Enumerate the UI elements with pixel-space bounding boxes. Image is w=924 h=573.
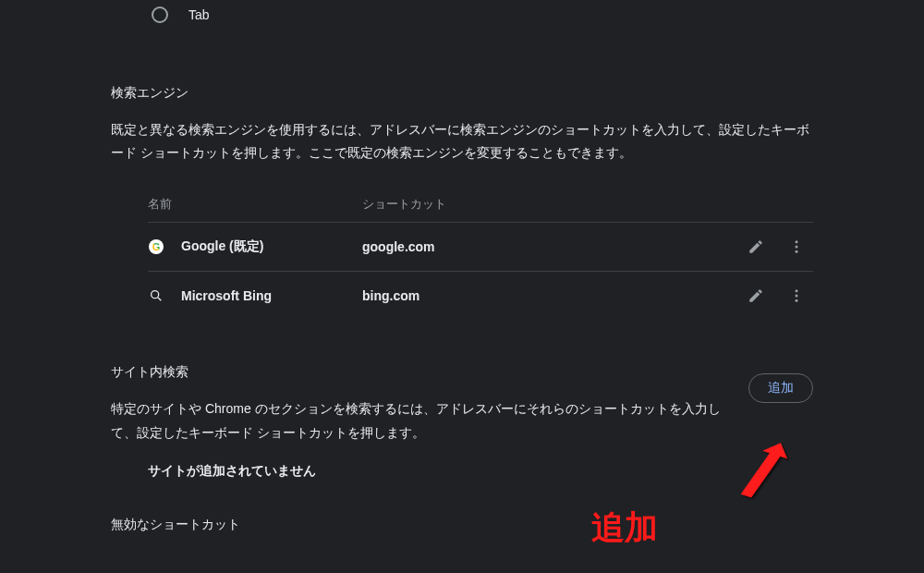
radio-circle-icon xyxy=(152,6,168,23)
svg-point-1 xyxy=(796,246,798,249)
svg-line-4 xyxy=(158,298,161,300)
section-description: 特定のサイトや Chrome のセクションを検索するには、アドレスバーにそれらの… xyxy=(111,397,734,444)
svg-point-3 xyxy=(152,291,159,299)
engine-shortcut: bing.com xyxy=(362,288,721,303)
svg-point-5 xyxy=(796,290,798,293)
table-row: Microsoft Bing bing.com xyxy=(148,271,813,320)
svg-point-7 xyxy=(796,299,798,302)
svg-point-0 xyxy=(796,241,798,244)
edit-button[interactable] xyxy=(747,286,765,305)
section-description: 既定と異なる検索エンジンを使用するには、アドレスバーに検索エンジンのショートカッ… xyxy=(111,118,813,165)
edit-button[interactable] xyxy=(747,238,765,256)
site-search-section: サイト内検索 特定のサイトや Chrome のセクションを検索するには、アドレス… xyxy=(111,364,924,479)
section-title: サイト内検索 xyxy=(111,364,734,381)
search-engines-section: 検索エンジン 既定と異なる検索エンジンを使用するには、アドレスバーに検索エンジン… xyxy=(111,85,924,320)
more-button[interactable] xyxy=(787,286,806,305)
svg-point-2 xyxy=(796,250,798,253)
search-engines-table: 名前 ショートカット Google (既定) google.com xyxy=(111,187,813,320)
empty-message: サイトが追加されていません xyxy=(111,463,813,480)
section-title: 検索エンジン xyxy=(111,85,813,102)
disabled-shortcuts-title: 無効なショートカット xyxy=(111,517,924,533)
more-button[interactable] xyxy=(787,238,806,256)
radio-option-tab[interactable]: Tab xyxy=(111,0,924,30)
engine-shortcut: google.com xyxy=(362,239,721,254)
search-icon xyxy=(148,287,164,304)
svg-point-6 xyxy=(796,295,798,298)
engine-name: Microsoft Bing xyxy=(181,288,272,303)
table-row: Google (既定) google.com xyxy=(148,222,813,271)
engine-name: Google (既定) xyxy=(181,238,263,255)
col-header-shortcut: ショートカット xyxy=(362,196,721,213)
add-button[interactable]: 追加 xyxy=(748,373,813,403)
table-header: 名前 ショートカット xyxy=(148,187,813,222)
col-header-name: 名前 xyxy=(148,196,362,213)
radio-label: Tab xyxy=(188,7,210,22)
google-icon xyxy=(148,238,164,255)
